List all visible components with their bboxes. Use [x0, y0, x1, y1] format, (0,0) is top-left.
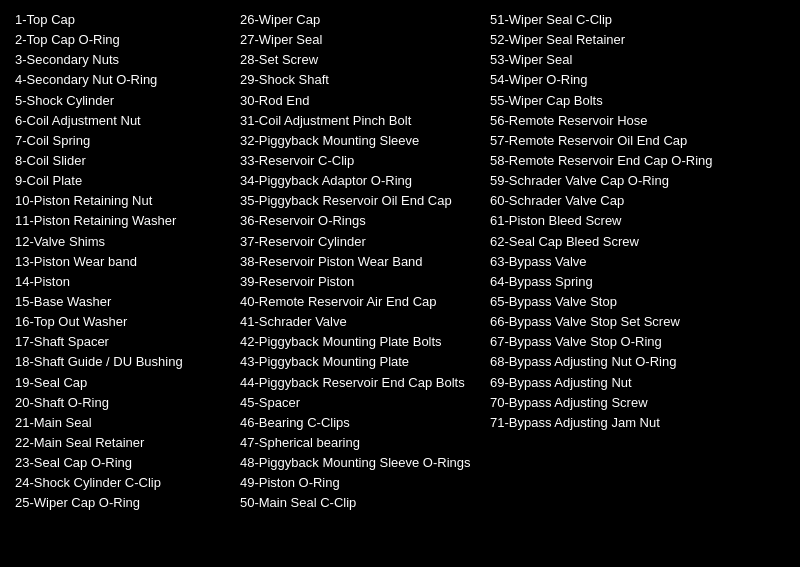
list-item: 58-Remote Reservoir End Cap O-Ring [490, 151, 780, 171]
list-item: 35-Piggyback Reservoir Oil End Cap [240, 191, 480, 211]
list-item: 1-Top Cap [15, 10, 230, 30]
column-1: 1-Top Cap2-Top Cap O-Ring3-Secondary Nut… [15, 10, 235, 514]
list-item: 70-Bypass Adjusting Screw [490, 393, 780, 413]
column-2: 26-Wiper Cap27-Wiper Seal28-Set Screw29-… [235, 10, 485, 514]
list-item: 50-Main Seal C-Clip [240, 493, 480, 513]
list-item: 48-Piggyback Mounting Sleeve O-Rings [240, 453, 480, 473]
list-item: 67-Bypass Valve Stop O-Ring [490, 332, 780, 352]
list-item: 57-Remote Reservoir Oil End Cap [490, 131, 780, 151]
list-item: 39-Reservoir Piston [240, 272, 480, 292]
list-item: 33-Reservoir C-Clip [240, 151, 480, 171]
list-item: 56-Remote Reservoir Hose [490, 111, 780, 131]
list-item: 64-Bypass Spring [490, 272, 780, 292]
list-item: 13-Piston Wear band [15, 252, 230, 272]
list-item: 2-Top Cap O-Ring [15, 30, 230, 50]
parts-list: 1-Top Cap2-Top Cap O-Ring3-Secondary Nut… [15, 10, 785, 514]
list-item: 65-Bypass Valve Stop [490, 292, 780, 312]
list-item: 26-Wiper Cap [240, 10, 480, 30]
list-item: 68-Bypass Adjusting Nut O-Ring [490, 352, 780, 372]
list-item: 45-Spacer [240, 393, 480, 413]
list-item: 71-Bypass Adjusting Jam Nut [490, 413, 780, 433]
list-item: 7-Coil Spring [15, 131, 230, 151]
list-item: 3-Secondary Nuts [15, 50, 230, 70]
list-item: 63-Bypass Valve [490, 252, 780, 272]
list-item: 62-Seal Cap Bleed Screw [490, 232, 780, 252]
list-item: 34-Piggyback Adaptor O-Ring [240, 171, 480, 191]
list-item: 52-Wiper Seal Retainer [490, 30, 780, 50]
list-item: 20-Shaft O-Ring [15, 393, 230, 413]
list-item: 21-Main Seal [15, 413, 230, 433]
list-item: 47-Spherical bearing [240, 433, 480, 453]
list-item: 66-Bypass Valve Stop Set Screw [490, 312, 780, 332]
list-item: 41-Schrader Valve [240, 312, 480, 332]
column-3: 51-Wiper Seal C-Clip52-Wiper Seal Retain… [485, 10, 785, 433]
list-item: 49-Piston O-Ring [240, 473, 480, 493]
list-item: 16-Top Out Washer [15, 312, 230, 332]
list-item: 15-Base Washer [15, 292, 230, 312]
list-item: 43-Piggyback Mounting Plate [240, 352, 480, 372]
list-item: 69-Bypass Adjusting Nut [490, 373, 780, 393]
list-item: 28-Set Screw [240, 50, 480, 70]
list-item: 36-Reservoir O-Rings [240, 211, 480, 231]
list-item: 60-Schrader Valve Cap [490, 191, 780, 211]
list-item: 4-Secondary Nut O-Ring [15, 70, 230, 90]
list-item: 22-Main Seal Retainer [15, 433, 230, 453]
list-item: 37-Reservoir Cylinder [240, 232, 480, 252]
list-item: 31-Coil Adjustment Pinch Bolt [240, 111, 480, 131]
list-item: 14-Piston [15, 272, 230, 292]
list-item: 18-Shaft Guide / DU Bushing [15, 352, 230, 372]
list-item: 32-Piggyback Mounting Sleeve [240, 131, 480, 151]
list-item: 23-Seal Cap O-Ring [15, 453, 230, 473]
list-item: 59-Schrader Valve Cap O-Ring [490, 171, 780, 191]
list-item: 54-Wiper O-Ring [490, 70, 780, 90]
list-item: 40-Remote Reservoir Air End Cap [240, 292, 480, 312]
list-item: 8-Coil Slider [15, 151, 230, 171]
list-item: 12-Valve Shims [15, 232, 230, 252]
list-item: 25-Wiper Cap O-Ring [15, 493, 230, 513]
list-item: 19-Seal Cap [15, 373, 230, 393]
list-item: 46-Bearing C-Clips [240, 413, 480, 433]
list-item: 30-Rod End [240, 91, 480, 111]
list-item: 9-Coil Plate [15, 171, 230, 191]
list-item: 55-Wiper Cap Bolts [490, 91, 780, 111]
list-item: 5-Shock Cylinder [15, 91, 230, 111]
list-item: 44-Piggyback Reservoir End Cap Bolts [240, 373, 480, 393]
list-item: 17-Shaft Spacer [15, 332, 230, 352]
list-item: 6-Coil Adjustment Nut [15, 111, 230, 131]
list-item: 24-Shock Cylinder C-Clip [15, 473, 230, 493]
list-item: 38-Reservoir Piston Wear Band [240, 252, 480, 272]
list-item: 42-Piggyback Mounting Plate Bolts [240, 332, 480, 352]
list-item: 53-Wiper Seal [490, 50, 780, 70]
list-item: 29-Shock Shaft [240, 70, 480, 90]
list-item: 61-Piston Bleed Screw [490, 211, 780, 231]
list-item: 27-Wiper Seal [240, 30, 480, 50]
list-item: 51-Wiper Seal C-Clip [490, 10, 780, 30]
list-item: 11-Piston Retaining Washer [15, 211, 230, 231]
list-item: 10-Piston Retaining Nut [15, 191, 230, 211]
